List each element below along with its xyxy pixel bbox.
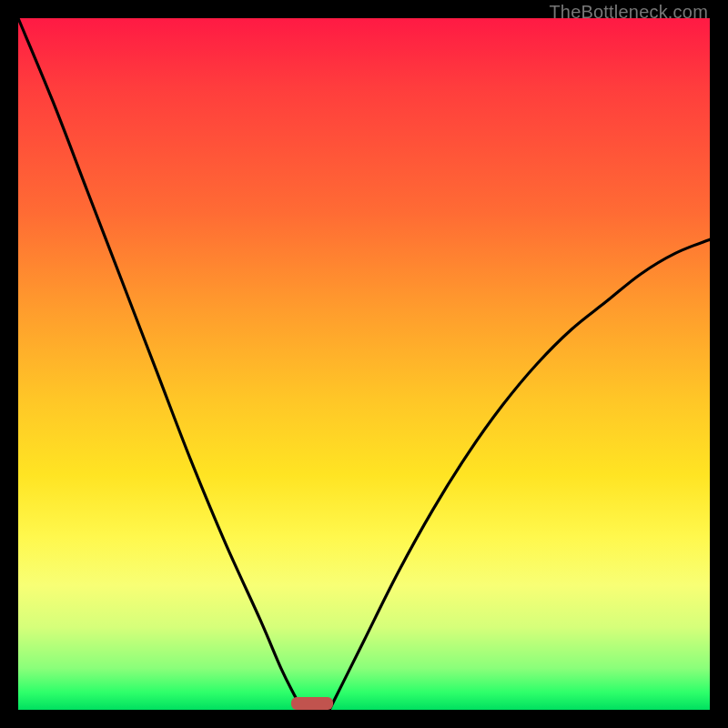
optimum-marker — [291, 697, 333, 710]
plot-area — [18, 18, 710, 710]
watermark-text: TheBottleneck.com — [549, 2, 708, 23]
bottleneck-curve — [18, 18, 710, 710]
chart-frame: TheBottleneck.com — [0, 0, 728, 728]
curve-right-branch — [329, 239, 710, 710]
curve-left-branch — [18, 18, 302, 710]
